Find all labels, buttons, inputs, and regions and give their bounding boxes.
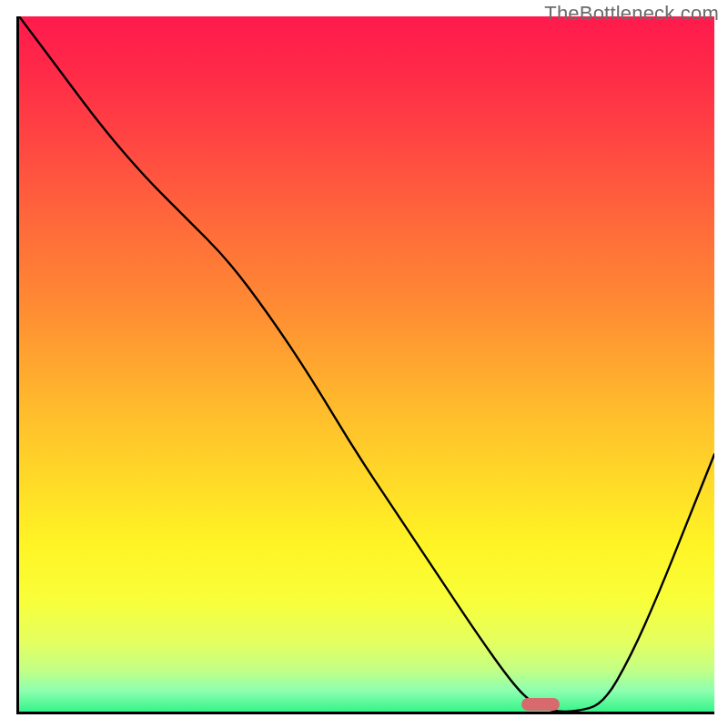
chart-container: TheBottleneck.com xyxy=(0,0,728,728)
optimal-marker-pill xyxy=(521,698,560,711)
bottleneck-curve xyxy=(19,16,714,712)
curve-svg xyxy=(19,16,714,712)
plot-area xyxy=(16,16,714,714)
